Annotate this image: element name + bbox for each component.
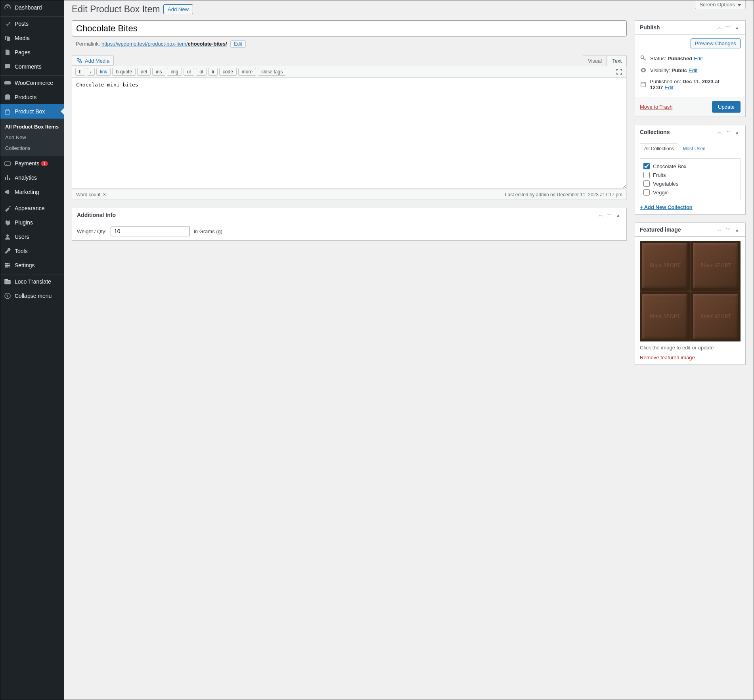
settings-icon bbox=[4, 261, 11, 269]
move-up-icon[interactable]: ︿ bbox=[716, 128, 723, 136]
qt-ins[interactable]: ins bbox=[152, 68, 165, 76]
sidebar-item-appearance[interactable]: Appearance bbox=[0, 201, 64, 215]
qt-b-quote[interactable]: b-quote bbox=[112, 68, 136, 76]
sidebar-item-tools[interactable]: Tools bbox=[0, 244, 64, 258]
sidebar-item-loco-translate[interactable]: Loco Translate bbox=[0, 274, 64, 289]
collection-row[interactable]: Veggie bbox=[643, 188, 737, 197]
collection-checkbox[interactable] bbox=[643, 180, 650, 187]
bag-icon bbox=[4, 107, 11, 115]
move-down-icon[interactable]: ﹀ bbox=[725, 24, 732, 31]
collection-checkbox[interactable] bbox=[643, 163, 650, 169]
add-new-button[interactable]: Add New bbox=[163, 4, 193, 14]
qt-li[interactable]: li bbox=[208, 68, 217, 76]
calendar-icon bbox=[640, 81, 647, 88]
post-title-input[interactable] bbox=[72, 20, 627, 36]
sidebar-item-products[interactable]: Products bbox=[0, 90, 64, 104]
move-down-icon[interactable]: ﹀ bbox=[725, 226, 732, 233]
sidebar-item-comments[interactable]: Comments bbox=[0, 59, 64, 74]
collection-row[interactable]: Chocolate Box bbox=[643, 162, 737, 171]
qt-close-tags[interactable]: close tags bbox=[258, 68, 286, 76]
sidebar-item-plugins[interactable]: Plugins bbox=[0, 215, 64, 230]
toggle-icon[interactable]: ▴ bbox=[733, 24, 741, 31]
edit-status-link[interactable]: Edit bbox=[694, 56, 702, 61]
sidebar-item-payments[interactable]: Payments1 bbox=[0, 156, 64, 171]
sidebar-item-analytics[interactable]: Analytics bbox=[0, 171, 64, 185]
marketing-icon bbox=[4, 188, 11, 196]
sidebar-item-dashboard[interactable]: Dashboard bbox=[0, 0, 64, 15]
move-to-trash-link[interactable]: Move to Trash bbox=[640, 104, 672, 110]
qt-ul[interactable]: ul bbox=[184, 68, 194, 76]
collection-checkbox[interactable] bbox=[643, 189, 650, 196]
sidebar-item-marketing[interactable]: Marketing bbox=[0, 185, 64, 199]
sidebar-item-pages[interactable]: Pages bbox=[0, 45, 64, 59]
weight-input[interactable] bbox=[111, 226, 190, 236]
sidebar-item-label: Dashboard bbox=[15, 4, 42, 11]
sidebar-item-label: Product Box bbox=[15, 108, 45, 115]
move-up-icon[interactable]: ︿ bbox=[716, 24, 723, 31]
collection-label: Fruits bbox=[653, 172, 666, 178]
comments-icon bbox=[4, 63, 11, 71]
key-icon bbox=[640, 55, 647, 62]
sidebar-item-product-box[interactable]: Product Box bbox=[0, 104, 64, 119]
sidebar-item-label: Media bbox=[15, 35, 30, 41]
editor-tab-text[interactable]: Text bbox=[607, 56, 627, 66]
sidebar-item-label: Marketing bbox=[15, 189, 39, 195]
toggle-icon[interactable]: ▴ bbox=[733, 226, 741, 233]
pages-icon bbox=[4, 48, 11, 56]
add-new-collection-link[interactable]: + Add New Collection bbox=[640, 204, 693, 210]
users-icon bbox=[4, 233, 11, 241]
move-up-icon[interactable]: ︿ bbox=[597, 211, 604, 219]
sidebar-item-media[interactable]: Media bbox=[0, 31, 64, 45]
featured-image-help: Click the image to edit or update bbox=[640, 345, 741, 351]
update-button[interactable]: Update bbox=[712, 101, 741, 113]
edit-date-link[interactable]: Edit bbox=[664, 84, 673, 90]
move-down-icon[interactable]: ﹀ bbox=[606, 211, 613, 219]
qt-del[interactable]: del bbox=[137, 68, 151, 76]
editor-tab-visual[interactable]: Visual bbox=[583, 56, 607, 66]
plugins-icon bbox=[4, 219, 11, 226]
qt-more[interactable]: more bbox=[238, 68, 256, 76]
screen-options-toggle[interactable]: Screen Options bbox=[695, 0, 746, 9]
add-media-button[interactable]: Add Media bbox=[72, 56, 114, 66]
edit-slug-button[interactable]: Edit bbox=[230, 40, 246, 48]
sidebar-item-label: Analytics bbox=[15, 175, 37, 181]
qt-ol[interactable]: ol bbox=[196, 68, 207, 76]
content-textarea[interactable]: Chocolate mini bites bbox=[72, 78, 627, 189]
submenu-item[interactable]: All Product Box Items bbox=[0, 121, 64, 132]
qt-i[interactable]: i bbox=[87, 68, 95, 76]
toggle-icon[interactable]: ▴ bbox=[614, 211, 622, 219]
preview-changes-button[interactable]: Preview Changes bbox=[691, 38, 741, 48]
remove-featured-image-link[interactable]: Remove featured image bbox=[640, 355, 695, 361]
sidebar-item-label: Collapse menu bbox=[15, 293, 52, 299]
submenu-item[interactable]: Collections bbox=[0, 143, 64, 153]
sidebar-item-collapse-menu[interactable]: Collapse menu bbox=[0, 289, 64, 303]
tab-most-used[interactable]: Most Used bbox=[678, 143, 710, 154]
svg-point-2 bbox=[6, 234, 9, 237]
collection-row[interactable]: Vegetables bbox=[643, 179, 737, 188]
move-up-icon[interactable]: ︿ bbox=[716, 226, 723, 233]
toggle-icon[interactable]: ▴ bbox=[733, 128, 741, 136]
featured-image-thumbnail[interactable]: Ritter SPORT Ritter SPORT Ritter SPORT R… bbox=[640, 241, 741, 341]
edit-visibility-link[interactable]: Edit bbox=[689, 67, 697, 73]
svg-point-6 bbox=[641, 56, 644, 59]
tab-all-collections[interactable]: All Collections bbox=[640, 143, 678, 154]
permalink-link[interactable]: https://wpdemo.test/product-box-item/cho… bbox=[101, 41, 227, 47]
sidebar-item-woocommerce[interactable]: WooCommerce bbox=[0, 76, 64, 90]
qt-b[interactable]: b bbox=[75, 68, 85, 76]
collection-label: Vegetables bbox=[653, 181, 678, 187]
sidebar-item-users[interactable]: Users bbox=[0, 230, 64, 244]
permalink-label: Permalink: bbox=[76, 41, 100, 47]
submenu-item[interactable]: Add New bbox=[0, 132, 64, 143]
fullscreen-icon[interactable] bbox=[615, 68, 623, 76]
move-down-icon[interactable]: ﹀ bbox=[725, 128, 732, 136]
collection-row[interactable]: Fruits bbox=[643, 171, 737, 179]
payments-icon bbox=[4, 159, 11, 167]
qt-img[interactable]: img bbox=[167, 68, 182, 76]
qt-code[interactable]: code bbox=[219, 68, 237, 76]
sidebar-item-posts[interactable]: Posts bbox=[0, 17, 64, 31]
collection-checkbox[interactable] bbox=[643, 172, 650, 178]
sidebar-item-settings[interactable]: Settings bbox=[0, 258, 64, 272]
publish-title: Publish bbox=[640, 24, 716, 31]
woo-icon bbox=[4, 79, 11, 87]
qt-link[interactable]: link bbox=[96, 68, 111, 76]
